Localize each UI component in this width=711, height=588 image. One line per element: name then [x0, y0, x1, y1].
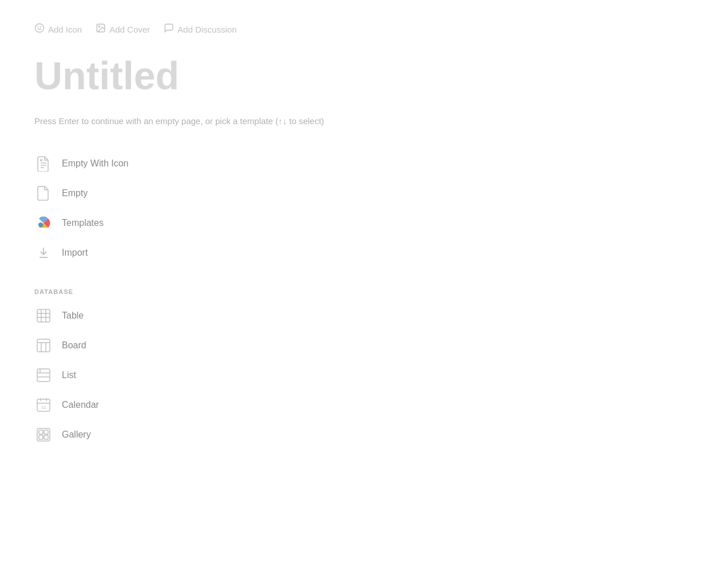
menu-item-empty-with-icon-label: Empty With Icon: [62, 158, 128, 169]
menu-item-list[interactable]: List: [34, 360, 677, 390]
gallery-icon: [34, 426, 53, 444]
import-icon: [34, 244, 53, 262]
menu-item-import[interactable]: Import: [34, 238, 677, 268]
add-icon-label: Add Icon: [48, 25, 82, 34]
menu-item-calendar-label: Calendar: [62, 400, 99, 410]
svg-point-8: [40, 159, 42, 161]
emoji-icon: [34, 23, 45, 36]
menu-item-import-label: Import: [62, 248, 88, 258]
svg-rect-34: [44, 435, 48, 439]
menu-item-board-label: Board: [62, 340, 86, 351]
svg-rect-12: [37, 309, 50, 322]
calendar-icon: 31: [34, 396, 53, 414]
menu-item-gallery-label: Gallery: [62, 430, 91, 440]
svg-point-4: [98, 26, 100, 27]
svg-point-9: [38, 223, 43, 227]
table-icon: [34, 307, 53, 325]
menu-item-table[interactable]: Table: [34, 301, 677, 331]
database-section-label: DATABASE: [34, 288, 677, 295]
menu-item-templates-label: Templates: [62, 218, 104, 228]
database-list: Table Board Li: [34, 301, 677, 450]
list-icon: [34, 366, 53, 384]
add-discussion-label: Add Discussion: [177, 25, 236, 34]
menu-item-empty-label: Empty: [62, 188, 88, 198]
page-subtitle: Press Enter to continue with an empty pa…: [34, 116, 677, 126]
menu-item-empty[interactable]: Empty: [34, 178, 677, 208]
templates-icon: [34, 214, 53, 232]
menu-item-templates[interactable]: Templates: [34, 208, 677, 238]
comment-icon: [164, 23, 174, 36]
add-cover-label: Add Cover: [109, 25, 150, 34]
menu-item-calendar[interactable]: 31 Calendar: [34, 390, 677, 420]
add-icon-button[interactable]: Add Icon: [34, 23, 82, 36]
board-icon: [34, 336, 53, 355]
database-section: DATABASE Table: [34, 288, 677, 450]
menu-item-gallery[interactable]: Gallery: [34, 420, 677, 450]
doc-icon-filled: [34, 154, 53, 173]
page-title[interactable]: Untitled: [34, 53, 677, 98]
svg-rect-31: [39, 430, 43, 434]
menu-item-empty-with-icon[interactable]: Empty With Icon: [34, 149, 677, 178]
menu-item-board[interactable]: Board: [34, 331, 677, 360]
svg-text:31: 31: [41, 405, 46, 410]
svg-rect-32: [44, 430, 48, 434]
svg-point-0: [35, 24, 44, 33]
toolbar: Add Icon Add Cover Add Discussion: [34, 23, 677, 36]
doc-icon: [34, 184, 53, 202]
menu-item-table-label: Table: [62, 311, 84, 321]
svg-rect-17: [37, 339, 50, 352]
add-discussion-button[interactable]: Add Discussion: [164, 23, 236, 36]
menu-list: Empty With Icon Empty Templates: [34, 149, 677, 268]
add-cover-button[interactable]: Add Cover: [96, 23, 150, 36]
menu-item-list-label: List: [62, 370, 76, 380]
svg-rect-21: [37, 369, 50, 382]
image-icon: [96, 23, 106, 36]
svg-rect-33: [39, 435, 43, 439]
